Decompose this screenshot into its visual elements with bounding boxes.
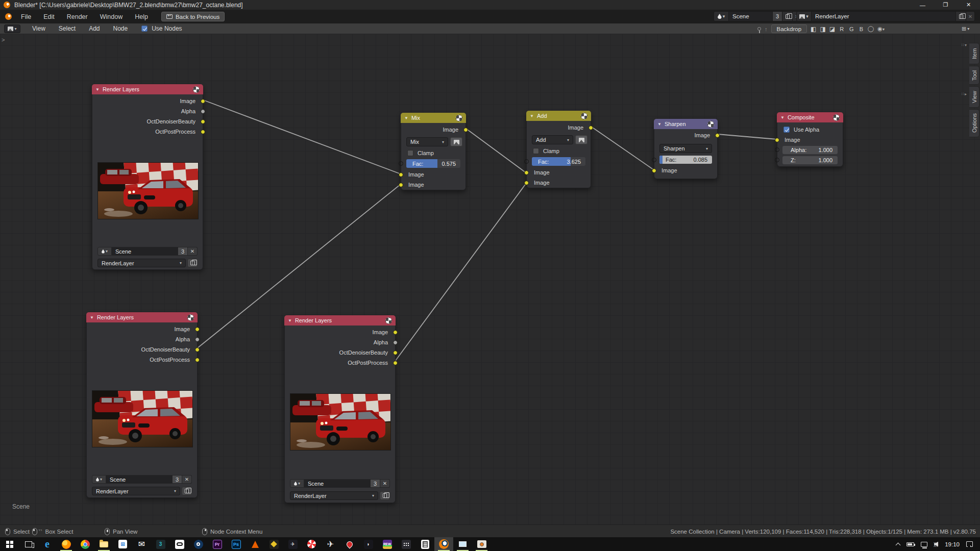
menu-window[interactable]: Window xyxy=(94,10,129,23)
title-bar[interactable]: Blender* [C:\Users\gabriele\Desktop\BMW2… xyxy=(0,0,980,10)
socket-alpha-out[interactable]: Alpha xyxy=(87,334,197,344)
menu-view[interactable]: View xyxy=(26,25,52,32)
menu-add[interactable]: Add xyxy=(82,25,106,32)
socket-image-out[interactable]: Image xyxy=(285,327,395,337)
moon-app-icon[interactable]: ◗ xyxy=(359,537,378,551)
node-header[interactable]: ▼ Render Layers xyxy=(86,312,198,322)
photoshop-icon[interactable]: Ps xyxy=(227,537,246,551)
scene-icon[interactable]: ▾ xyxy=(290,479,304,488)
layer-dropdown[interactable]: RenderLayer▾ xyxy=(92,487,180,495)
oculus-icon[interactable] xyxy=(170,537,189,551)
scene-users-count[interactable]: 3 xyxy=(173,475,182,484)
menu-select[interactable]: Select xyxy=(52,25,82,32)
menu-edit[interactable]: Edit xyxy=(37,10,61,23)
node-header[interactable]: ▼ Render Layers xyxy=(92,84,203,94)
node-header[interactable]: ▼ Composite xyxy=(777,112,843,122)
fac-slider[interactable]: Fac: 3.625 xyxy=(532,157,585,166)
channel-color-alpha-button[interactable]: ◧ xyxy=(811,26,816,33)
collapse-icon[interactable]: ▼ xyxy=(780,115,785,120)
scene-icon[interactable]: ▾ xyxy=(97,247,112,256)
socket-octdenoiserbeauty-out[interactable]: OctDenoiserBeauty xyxy=(285,347,395,358)
blend-mode-dropdown[interactable]: Mix▾ xyxy=(406,137,448,146)
vlc-icon[interactable] xyxy=(246,537,264,551)
layer-dropdown[interactable]: RenderLayer▾ xyxy=(97,259,186,267)
collapse-icon[interactable]: ▼ xyxy=(404,116,408,120)
new-layer-icon[interactable] xyxy=(182,487,192,495)
start-icon[interactable] xyxy=(0,537,19,551)
red-pin-icon[interactable] xyxy=(340,537,359,551)
scene-field[interactable]: Scene xyxy=(106,475,173,484)
clamp-checkbox[interactable] xyxy=(533,148,539,154)
socket-image-out[interactable]: Image xyxy=(92,96,203,106)
new-layer-icon[interactable] xyxy=(380,491,390,500)
steam-icon[interactable] xyxy=(189,537,208,551)
sidebar-tab-tool[interactable]: Tool xyxy=(969,66,979,85)
pinwheel-icon[interactable] xyxy=(302,537,321,551)
collapse-icon[interactable]: ▼ xyxy=(95,87,100,92)
node-header[interactable]: ▼ Add xyxy=(526,111,591,121)
socket-image-in[interactable]: Image xyxy=(777,135,843,145)
system-monitor-icon[interactable] xyxy=(453,537,472,551)
menu-render[interactable]: Render xyxy=(61,10,94,23)
mail-icon[interactable]: ✉ xyxy=(132,537,151,551)
channel-b-button[interactable]: B xyxy=(859,26,864,32)
keyshot-icon[interactable] xyxy=(264,537,283,551)
menu-node[interactable]: Node xyxy=(107,25,135,32)
restore-button[interactable]: ❐ xyxy=(934,0,957,10)
store-icon[interactable]: ⊞ xyxy=(113,537,132,551)
fac-slider[interactable]: Fac: 0.085 xyxy=(659,156,712,164)
node-header[interactable]: ▼ Mix xyxy=(401,113,466,123)
layer-dropdown[interactable]: RenderLayer▾ xyxy=(290,491,378,500)
panel-handle-icon[interactable]: ∷▾ xyxy=(962,43,967,47)
scene-users-count[interactable]: 3 xyxy=(178,247,188,256)
new-layer-icon[interactable] xyxy=(187,259,198,267)
socket-alpha-out[interactable]: Alpha xyxy=(285,337,395,347)
node-render-layers-3[interactable]: ▼ Render Layers Image Alpha OctDenoiserB… xyxy=(284,315,396,503)
pin-icon[interactable] xyxy=(757,27,761,31)
socket-image-out[interactable]: Image xyxy=(401,124,465,135)
firefox-icon[interactable] xyxy=(57,537,76,551)
socket-octpostprocess-out[interactable]: OctPostProcess xyxy=(285,358,395,368)
socket-image-out[interactable]: Image xyxy=(87,324,197,334)
socket-image1-in[interactable]: Image xyxy=(527,167,591,178)
node-render-layers-2[interactable]: ▼ Render Layers Image Alpha OctDenoiserB… xyxy=(86,312,198,498)
socket-image1-in[interactable]: Image xyxy=(401,169,465,180)
autodesk-3dsmax-icon[interactable]: 3 xyxy=(151,537,170,551)
node-render-layers-1[interactable]: ▼ Render Layers Image Alpha OctDenoiserB… xyxy=(92,84,203,270)
chrome-icon[interactable] xyxy=(76,537,94,551)
toolbar-expand-arrow[interactable]: > xyxy=(2,37,5,43)
remote-desktop-icon[interactable] xyxy=(397,537,415,551)
blender-menu-logo-icon[interactable] xyxy=(5,13,12,20)
editor-type-button[interactable]: ▾ xyxy=(4,24,20,33)
channel-color-button[interactable]: ◨ xyxy=(820,26,825,33)
new-layer-button[interactable] xyxy=(956,11,966,21)
minimize-button[interactable]: — xyxy=(911,0,934,10)
image-toggle-button[interactable] xyxy=(575,135,587,144)
node-mix[interactable]: ▼ Mix Image Mix▾ Clamp Fac: 0.575 Image … xyxy=(401,113,466,190)
new-scene-button[interactable] xyxy=(782,11,793,21)
refresh-icon[interactable]: ◯ xyxy=(868,26,874,32)
blender-icon[interactable] xyxy=(434,537,453,551)
channel-g-button[interactable]: G xyxy=(848,26,855,32)
battery-icon[interactable] xyxy=(906,542,914,546)
collapse-icon[interactable]: ▼ xyxy=(530,114,534,118)
channel-alpha-button[interactable]: ◪ xyxy=(829,26,835,33)
file-explorer-icon[interactable] xyxy=(94,537,113,551)
close-button[interactable]: ✕ xyxy=(957,0,980,10)
calculator-icon[interactable] xyxy=(415,537,434,551)
scene-users-count[interactable]: 3 xyxy=(371,479,380,488)
z-value-field[interactable]: Z: 1.000 xyxy=(782,156,838,164)
paper-plane-icon[interactable]: ✈ xyxy=(321,537,340,551)
alpha-value-field[interactable]: Alpha: 1.000 xyxy=(782,146,838,154)
back-to-previous-button[interactable]: Back to Previous xyxy=(161,12,225,21)
clamp-checkbox[interactable] xyxy=(407,150,413,156)
unlink-icon[interactable]: ✕ xyxy=(182,475,192,484)
unlink-icon[interactable]: ✕ xyxy=(188,247,198,256)
node-composite[interactable]: ▼ Composite Use Alpha Image Alpha: 1.000… xyxy=(777,112,843,167)
socket-fac-in[interactable] xyxy=(652,158,656,162)
socket-alpha-out[interactable]: Alpha xyxy=(92,106,203,116)
socket-fac-in[interactable] xyxy=(524,159,529,164)
blend-mode-dropdown[interactable]: Add▾ xyxy=(532,135,573,144)
socket-image-out[interactable]: Image xyxy=(654,130,717,140)
tray-expand-icon[interactable] xyxy=(896,542,901,547)
